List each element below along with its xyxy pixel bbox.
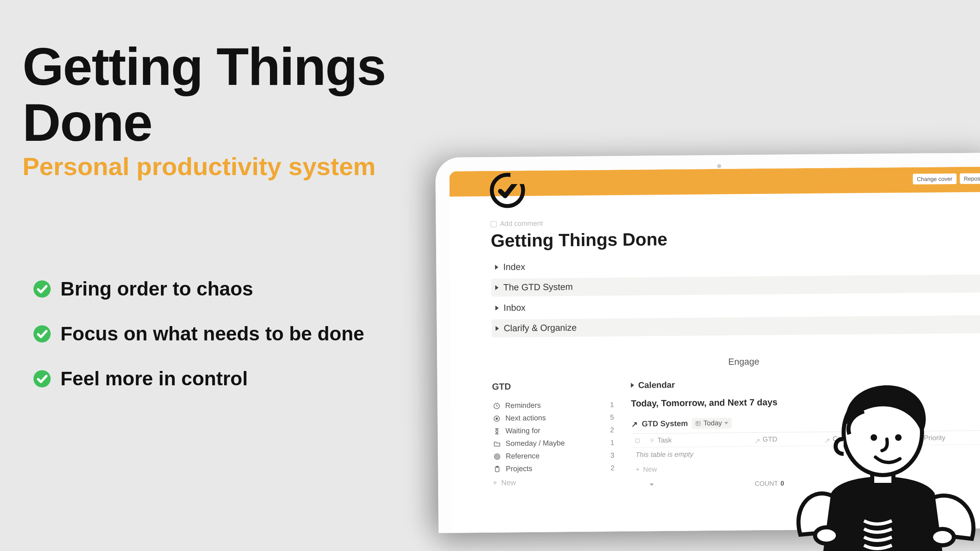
svg-rect-14 xyxy=(635,439,639,442)
svg-point-0 xyxy=(33,280,51,297)
gtd-reference[interactable]: Reference 3 xyxy=(492,449,615,463)
table-summary-selector[interactable] xyxy=(646,478,752,490)
change-cover-button[interactable]: Change cover xyxy=(913,173,956,184)
gtd-label: Waiting for xyxy=(506,427,541,435)
gtd-new-label: New xyxy=(501,478,516,487)
benefit-text: Bring order to chaos xyxy=(60,278,253,300)
gtd-heading: GTD xyxy=(492,380,615,392)
gtd-new-button[interactable]: + New xyxy=(493,478,615,487)
reposition-button[interactable]: Reposition xyxy=(960,173,980,184)
svg-point-7 xyxy=(496,418,498,420)
db-view-label: Today xyxy=(704,419,722,427)
check-icon xyxy=(33,324,51,343)
svg-rect-13 xyxy=(696,422,700,425)
gtd-reminders[interactable]: Reminders 1 xyxy=(492,398,615,412)
text-icon xyxy=(649,438,655,443)
link-icon: ↗ xyxy=(631,419,638,429)
chevron-down-icon xyxy=(650,483,654,486)
camera-icon xyxy=(717,164,721,168)
table-new-label: New xyxy=(643,465,657,473)
toggle-clarify-organize[interactable]: Clarify & Organize xyxy=(491,315,980,338)
gtd-projects[interactable]: Projects 2 xyxy=(493,462,615,475)
gtd-count: 3 xyxy=(610,451,615,460)
gtd-someday-maybe[interactable]: Someday / Maybe 1 xyxy=(492,436,615,450)
gtd-next-actions[interactable]: Next actions 5 xyxy=(492,411,615,425)
gtd-label: Projects xyxy=(506,464,532,473)
svg-point-1 xyxy=(33,325,51,342)
page-check-icon[interactable] xyxy=(488,171,526,211)
caret-right-icon xyxy=(496,326,499,331)
benefit-item: Bring order to chaos xyxy=(33,278,364,300)
check-icon xyxy=(33,369,51,388)
benefits-list: Bring order to chaos Focus on what needs… xyxy=(33,278,364,412)
plus-icon: + xyxy=(493,479,497,487)
gtd-sidebar: GTD Reminders 1 Next actions 5 xyxy=(492,380,615,491)
toggle-label: Inbox xyxy=(503,302,526,313)
character-illustration xyxy=(768,343,980,551)
gtd-count: 1 xyxy=(610,439,615,447)
calendar-toggle-label: Calendar xyxy=(638,380,675,390)
target-icon xyxy=(493,453,501,460)
caret-right-icon xyxy=(495,265,498,270)
plus-icon: + xyxy=(636,466,640,474)
gtd-count: 2 xyxy=(610,426,614,434)
benefit-item: Feel more in control xyxy=(33,367,364,390)
benefit-text: Focus on what needs to be done xyxy=(60,322,364,345)
relation-icon: ↗ xyxy=(755,437,760,442)
svg-point-21 xyxy=(931,529,954,545)
svg-point-19 xyxy=(895,434,902,441)
col-task[interactable]: Task xyxy=(646,433,751,447)
svg-rect-4 xyxy=(510,173,526,184)
hourglass-icon xyxy=(493,427,501,435)
benefit-text: Feel more in control xyxy=(60,367,248,390)
clipboard-icon xyxy=(494,465,501,473)
folder-icon xyxy=(493,440,501,447)
toggle-gtd-system[interactable]: The GTD System xyxy=(491,274,980,297)
circle-dot-icon xyxy=(493,415,501,422)
col-task-label: Task xyxy=(657,436,672,444)
hero-subtitle: Personal productivity system xyxy=(22,152,472,181)
table-icon xyxy=(695,420,701,426)
checkbox-icon xyxy=(635,438,640,443)
svg-point-10 xyxy=(497,456,498,457)
add-comment-label: Add comment xyxy=(500,220,543,228)
gtd-label: Reference xyxy=(506,452,539,461)
chevron-down-icon xyxy=(724,422,728,424)
benefit-item: Focus on what needs to be done xyxy=(33,322,364,345)
caret-right-icon xyxy=(495,285,499,290)
toggle-list: Index The GTD System Inbox Clarify & Org… xyxy=(491,254,980,338)
db-view-selector[interactable]: Today xyxy=(692,418,732,429)
hero-title: Getting Things Done xyxy=(22,39,472,150)
col-checkbox[interactable] xyxy=(631,435,646,446)
toggle-index[interactable]: Index xyxy=(491,254,980,276)
comment-icon xyxy=(490,221,497,227)
svg-point-18 xyxy=(871,434,877,441)
gtd-count: 5 xyxy=(610,413,614,422)
gtd-waiting-for[interactable]: Waiting for 2 xyxy=(492,424,615,438)
svg-point-2 xyxy=(33,370,51,387)
add-comment-button[interactable]: Add comment xyxy=(490,216,980,228)
gtd-label: Someday / Maybe xyxy=(506,439,565,448)
svg-point-20 xyxy=(815,527,838,544)
caret-right-icon xyxy=(631,383,634,388)
gtd-label: Reminders xyxy=(505,401,541,410)
toggle-label: Index xyxy=(503,262,525,272)
db-source[interactable]: GTD System xyxy=(642,419,688,429)
check-icon xyxy=(33,280,51,298)
gtd-label: Next actions xyxy=(506,414,546,423)
toggle-label: The GTD System xyxy=(503,282,573,293)
page-cover: Change cover Reposition xyxy=(449,167,980,197)
page-title[interactable]: Getting Things Done xyxy=(491,226,980,251)
clock-icon xyxy=(493,402,500,409)
caret-right-icon xyxy=(495,306,499,311)
toggle-inbox[interactable]: Inbox xyxy=(491,295,980,317)
gtd-count: 2 xyxy=(610,464,615,472)
toggle-label: Clarify & Organize xyxy=(504,322,577,334)
gtd-count: 1 xyxy=(610,401,614,409)
